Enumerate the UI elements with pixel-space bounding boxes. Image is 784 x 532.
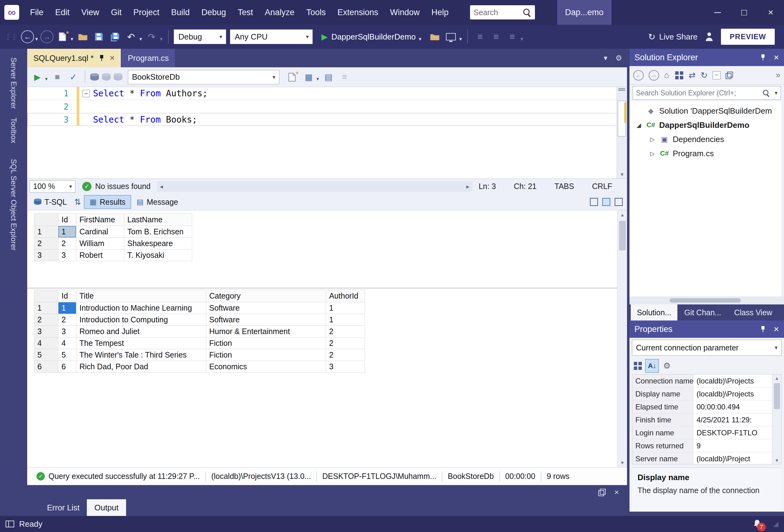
scroll-right-icon[interactable]: ▸	[466, 183, 469, 190]
chevron-down-icon[interactable]: ▾	[316, 76, 319, 82]
toolbar-drag-handle[interactable]: ⋮⋮	[4, 32, 17, 41]
editor-scrollbar[interactable]: ▼	[617, 87, 627, 178]
doc-tab-programcs[interactable]: Program.cs	[121, 49, 175, 67]
chevron-down-icon[interactable]: ▾	[273, 74, 275, 81]
scrollbar-thumb[interactable]	[670, 298, 741, 303]
rail-tab-sql-server-object-explorer[interactable]: SQL Server Object Explorer	[9, 159, 18, 251]
tree-item-programcs[interactable]: ▷ C# Program.cs	[629, 146, 784, 160]
chevron-down-icon[interactable]: ▾	[459, 36, 462, 42]
results-scrollbar[interactable]: ▲ ▼	[617, 210, 627, 467]
results-pane-layout-icon[interactable]	[590, 198, 598, 206]
pin-icon[interactable]	[99, 54, 105, 62]
save-icon[interactable]	[92, 30, 106, 44]
data-cell[interactable]: Romeo and Juliet	[76, 326, 206, 337]
comment-icon[interactable]: ≡	[505, 30, 519, 44]
monitor-icon[interactable]	[444, 30, 458, 44]
scrollbar-thumb[interactable]	[774, 383, 780, 409]
tsql-button[interactable]: T-SQL	[30, 198, 71, 207]
data-cell[interactable]: Humor & Entertainment	[206, 326, 326, 337]
query-options-icon[interactable]: ≡	[338, 72, 351, 82]
object-selector[interactable]: Current connection parameter ▾	[632, 339, 782, 356]
alphabetical-sort-icon[interactable]: A↓	[645, 359, 659, 373]
close-panel-icon[interactable]: ×	[614, 487, 619, 497]
solution-explorer-tab[interactable]: Solution...	[631, 304, 677, 321]
data-cell[interactable]: 2	[58, 238, 76, 249]
code-text[interactable]: Select * From Books;	[93, 115, 197, 125]
change-connection-icon[interactable]	[114, 74, 122, 81]
property-row[interactable]: Login nameDESKTOP-F1TLO	[632, 426, 781, 439]
scrollbar-thumb[interactable]	[619, 221, 626, 250]
connect-icon[interactable]	[90, 74, 99, 81]
tree-horizontal-scrollbar[interactable]	[629, 296, 784, 304]
start-debugging-button[interactable]: ▶ DapperSqlBuilderDemo ▾	[318, 31, 426, 42]
chevron-down-icon[interactable]: ▾	[71, 36, 74, 42]
data-cell[interactable]: Fiction	[206, 349, 326, 361]
data-cell[interactable]: 6	[58, 361, 76, 373]
solution-configurations-select[interactable]: Debug ▾	[174, 29, 226, 44]
feedback-icon[interactable]	[705, 32, 713, 41]
solution-search-input[interactable]: Search Solution Explorer (Ctrl+; ▾	[633, 86, 781, 100]
close-button[interactable]: ×	[757, 0, 784, 25]
message-tab[interactable]: ▤ Message	[131, 195, 184, 209]
results-to-text-icon[interactable]: ▤	[322, 72, 335, 82]
results-splitter[interactable]	[27, 288, 627, 288]
data-cell[interactable]: 2	[58, 314, 76, 326]
output-tab[interactable]: Output	[87, 499, 126, 516]
column-header-category[interactable]: Category	[206, 290, 326, 302]
data-cell[interactable]: Fiction	[206, 337, 326, 349]
results-pane-maximize-icon[interactable]	[602, 198, 610, 206]
data-cell[interactable]: 1	[58, 226, 76, 238]
grid-corner-cell[interactable]	[34, 214, 58, 226]
menu-project[interactable]: Project	[128, 0, 165, 25]
data-cell[interactable]: 1	[326, 314, 365, 326]
refresh-icon[interactable]: ↻	[701, 70, 708, 80]
database-dropdown[interactable]: BookStoreDb ▾	[128, 70, 279, 84]
data-cell[interactable]: 3	[58, 326, 76, 337]
maximize-button[interactable]: □	[731, 0, 757, 25]
scroll-down-icon[interactable]: ▼	[772, 458, 782, 463]
swap-panes-icon[interactable]: ⇅	[74, 197, 81, 207]
tree-vertical-scrollbar[interactable]	[782, 101, 784, 296]
data-cell[interactable]: William	[76, 238, 124, 249]
menu-extensions[interactable]: Extensions	[332, 0, 384, 25]
menu-build[interactable]: Build	[165, 0, 196, 25]
execute-query-button[interactable]: ▶	[31, 71, 44, 84]
panel-layout-icon[interactable]	[5, 521, 14, 527]
navigate-forward-icon[interactable]: →	[40, 30, 53, 43]
data-cell[interactable]: Software	[206, 314, 326, 326]
open-folder-icon[interactable]	[76, 30, 90, 44]
chevron-down-icon[interactable]: ▾	[419, 36, 421, 42]
collapse-all-icon[interactable]: −	[712, 71, 721, 79]
data-cell[interactable]: 2	[326, 326, 365, 337]
collapse-region-icon[interactable]: −	[83, 90, 90, 97]
data-cell[interactable]: Rich Dad, Poor Dad	[76, 361, 206, 373]
property-value[interactable]: 00:00:00.494	[694, 401, 772, 413]
property-value[interactable]: (localdb)\Project	[694, 452, 772, 464]
code-editor[interactable]: 1−Select * From Authors;23Select * From …	[27, 87, 627, 178]
doc-tab-sqlquery1[interactable]: SQLQuery1.sql * ×	[27, 49, 121, 67]
vs-logo-icon[interactable]: ∞	[4, 5, 19, 20]
forward-icon[interactable]: →	[649, 70, 659, 81]
toolbar-overflow-icon[interactable]: »	[776, 70, 780, 80]
property-row[interactable]: Connection name(localdb)\Projects	[632, 375, 781, 387]
column-header-id[interactable]: Id	[58, 290, 76, 302]
data-cell[interactable]: Tom B. Erichsen	[124, 226, 192, 238]
data-cell[interactable]: 2	[326, 349, 365, 361]
data-cell[interactable]: Introduction to Computing	[76, 314, 206, 326]
scroll-down-icon[interactable]: ▼	[617, 172, 627, 177]
folder-search-icon[interactable]	[428, 30, 442, 44]
sync-with-active-document-icon[interactable]: ⇄	[689, 70, 696, 80]
grid-corner-cell[interactable]	[34, 290, 58, 302]
rail-tab-server-explorer[interactable]: Server Explorer	[9, 57, 18, 109]
search-box[interactable]: Search	[470, 5, 535, 20]
row-number-cell[interactable]: 1	[34, 226, 58, 238]
search-icon[interactable]	[762, 89, 770, 97]
data-cell[interactable]: 5	[58, 349, 76, 361]
scroll-up-icon[interactable]: ▲	[617, 212, 627, 217]
data-cell[interactable]: Shakespeare	[124, 238, 192, 249]
properties-header[interactable]: Properties ×	[629, 321, 784, 338]
menu-debug[interactable]: Debug	[196, 0, 232, 25]
data-cell[interactable]: 1	[58, 302, 76, 314]
menu-view[interactable]: View	[76, 0, 105, 25]
categorized-icon[interactable]	[634, 362, 637, 365]
